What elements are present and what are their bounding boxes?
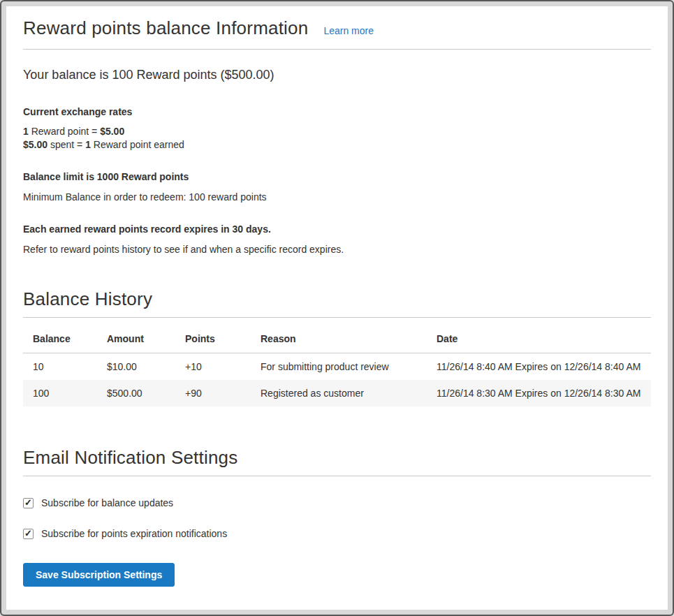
- exchange-rate-line-2: $5.00 spent = 1 Reward point earned: [23, 138, 651, 152]
- cell-amount: $500.00: [100, 380, 178, 406]
- window-frame: Reward points balance Information Learn …: [0, 0, 674, 616]
- cell-points: +90: [178, 380, 254, 406]
- minimum-balance-line: Minimum Balance in order to redeem: 100 …: [23, 191, 651, 204]
- column-header-balance: Balance: [23, 323, 100, 353]
- page-header: Reward points balance Information Learn …: [23, 17, 651, 50]
- cell-reason: Registered as customer: [254, 380, 430, 406]
- table-row: 100 $500.00 +90 Registered as customer 1…: [23, 380, 651, 406]
- subscribe-expiration-checkbox[interactable]: [23, 529, 34, 539]
- cell-balance: 100: [23, 380, 100, 406]
- balance-history-table: Balance Amount Points Reason Date 10 $10…: [23, 323, 651, 406]
- save-subscription-settings-button[interactable]: Save Subscription Settings: [23, 563, 175, 587]
- column-header-reason: Reason: [254, 323, 430, 353]
- cell-date: 11/26/14 8:30 AM Expires on 12/26/14 8:3…: [430, 380, 651, 406]
- expiry-note: Refer to reward points history to see if…: [23, 243, 651, 256]
- exchange-1-text: Reward point =: [29, 126, 100, 137]
- page-title: Reward points balance Information: [23, 17, 308, 39]
- reward-points-panel: Reward points balance Information Learn …: [6, 6, 668, 610]
- subscribe-expiration-label: Subscribe for points expiration notifica…: [41, 528, 227, 539]
- exchange-rates: 1 Reward point = $5.00 $5.00 spent = 1 R…: [23, 125, 651, 152]
- cell-reason: For submitting product review: [254, 353, 430, 381]
- column-header-amount: Amount: [100, 323, 178, 353]
- exchange-rate-line-1: 1 Reward point = $5.00: [23, 125, 651, 138]
- balance-history-title: Balance History: [23, 288, 651, 310]
- subscribe-balance-checkbox[interactable]: [23, 498, 34, 508]
- exchange-2-points: 1: [85, 139, 91, 150]
- subscribe-balance-row[interactable]: Subscribe for balance updates: [23, 497, 651, 508]
- column-header-date: Date: [430, 323, 651, 353]
- table-header-row: Balance Amount Points Reason Date: [23, 323, 651, 353]
- exchange-2-amount: $5.00: [23, 139, 47, 150]
- cell-points: +10: [178, 353, 254, 381]
- table-row: 10 $10.00 +10 For submitting product rev…: [23, 353, 651, 381]
- balance-summary: Your balance is 100 Reward points ($500.…: [23, 68, 651, 82]
- cell-balance: 10: [23, 353, 100, 381]
- exchange-rates-heading: Current exchange rates: [23, 106, 651, 117]
- exchange-2-text: spent =: [47, 139, 85, 150]
- column-header-points: Points: [178, 323, 254, 353]
- learn-more-link[interactable]: Learn more: [323, 25, 374, 36]
- cell-amount: $10.00: [100, 353, 178, 381]
- exchange-1-points: 1: [23, 126, 29, 137]
- cell-date: 11/26/14 8:40 AM Expires on 12/26/14 8:4…: [430, 353, 651, 381]
- exchange-1-amount: $5.00: [100, 126, 124, 137]
- subscribe-balance-label: Subscribe for balance updates: [41, 497, 173, 508]
- exchange-2-suffix: Reward point earned: [91, 139, 184, 150]
- subscribe-expiration-row[interactable]: Subscribe for points expiration notifica…: [23, 528, 651, 539]
- email-settings-header: Email Notification Settings: [23, 447, 651, 476]
- email-settings-title: Email Notification Settings: [23, 447, 651, 469]
- balance-history-header: Balance History: [23, 288, 651, 318]
- expiry-heading: Each earned reward points record expires…: [23, 223, 651, 235]
- balance-limit-heading: Balance limit is 1000 Reward points: [23, 171, 651, 182]
